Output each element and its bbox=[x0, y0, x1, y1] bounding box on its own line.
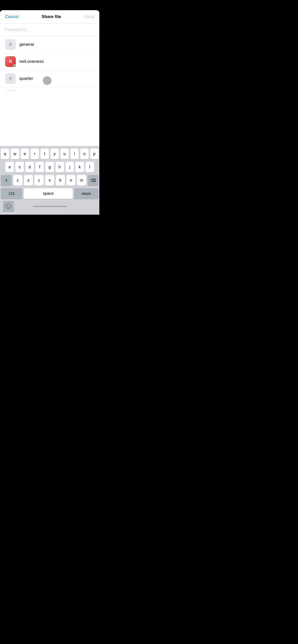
search-bar bbox=[0, 24, 99, 36]
key-a[interactable]: a bbox=[5, 162, 14, 172]
key-r[interactable]: r bbox=[31, 149, 39, 159]
key-n[interactable]: n bbox=[66, 175, 76, 186]
key-x[interactable]: x bbox=[24, 175, 33, 186]
avatar: N bbox=[5, 56, 16, 67]
key-l[interactable]: l bbox=[86, 162, 94, 172]
send-button[interactable]: Send bbox=[84, 14, 94, 19]
key-g[interactable]: g bbox=[45, 162, 54, 172]
key-c[interactable]: c bbox=[34, 175, 44, 186]
numbers-key[interactable]: 123 bbox=[1, 188, 22, 199]
scroll-dot bbox=[43, 76, 51, 85]
key-p[interactable]: p bbox=[90, 149, 99, 159]
key-d[interactable]: d bbox=[25, 162, 34, 172]
key-k[interactable]: k bbox=[75, 162, 84, 172]
recipient-list: # general N neil.oneness # quarter bbox=[0, 36, 99, 91]
key-v[interactable]: v bbox=[45, 175, 54, 186]
key-t[interactable]: t bbox=[40, 149, 49, 159]
shift-key[interactable]: ⇧ bbox=[1, 175, 12, 186]
list-item[interactable]: # general bbox=[0, 36, 99, 53]
keyboard: q w e r t y u i o p a s d f g h j k l ⇧ … bbox=[0, 146, 99, 215]
channel-icon: # bbox=[5, 39, 16, 50]
keyboard-row-4: 123 space return bbox=[1, 188, 99, 199]
svg-point-5 bbox=[9, 206, 9, 206]
key-m[interactable]: m bbox=[77, 175, 86, 186]
channel-icon: # bbox=[5, 73, 16, 84]
keyboard-row-2: a s d f g h j k l bbox=[1, 162, 99, 172]
online-indicator bbox=[13, 64, 16, 67]
key-j[interactable]: j bbox=[65, 162, 74, 172]
cancel-button[interactable]: Cancel bbox=[5, 14, 19, 19]
key-z[interactable]: z bbox=[13, 175, 22, 186]
return-key[interactable]: return bbox=[74, 188, 99, 199]
list-item[interactable]: # random bbox=[0, 87, 99, 91]
key-i[interactable]: i bbox=[70, 149, 79, 159]
keyboard-row-3: ⇧ z x c v b n m ⌫ bbox=[1, 175, 99, 186]
key-w[interactable]: w bbox=[11, 149, 19, 159]
item-label: neil.oneness bbox=[19, 59, 44, 64]
list-item[interactable]: # quarter bbox=[0, 70, 99, 87]
emoji-key[interactable] bbox=[3, 201, 14, 212]
empty-area bbox=[0, 91, 99, 146]
keyboard-row-1: q w e r t y u i o p bbox=[1, 149, 99, 159]
item-label: general bbox=[19, 42, 34, 47]
item-label: quarter bbox=[19, 76, 33, 81]
forward-to-input[interactable] bbox=[5, 27, 94, 32]
key-e[interactable]: e bbox=[21, 149, 29, 159]
sheet-title: Share file bbox=[42, 14, 61, 19]
key-u[interactable]: u bbox=[60, 149, 69, 159]
key-q[interactable]: q bbox=[1, 149, 9, 159]
svg-point-3 bbox=[6, 204, 11, 209]
list-item[interactable]: N neil.oneness bbox=[0, 53, 99, 70]
key-f[interactable]: f bbox=[35, 162, 44, 172]
space-key[interactable]: space bbox=[24, 188, 73, 199]
key-b[interactable]: b bbox=[56, 175, 65, 186]
home-indicator bbox=[33, 206, 67, 207]
delete-key[interactable]: ⌫ bbox=[88, 175, 99, 186]
share-file-header: Cancel Share file Send bbox=[0, 10, 99, 24]
key-s[interactable]: s bbox=[15, 162, 24, 172]
key-y[interactable]: y bbox=[50, 149, 59, 159]
key-o[interactable]: o bbox=[80, 149, 89, 159]
svg-point-4 bbox=[7, 206, 8, 206]
key-h[interactable]: h bbox=[56, 162, 64, 172]
